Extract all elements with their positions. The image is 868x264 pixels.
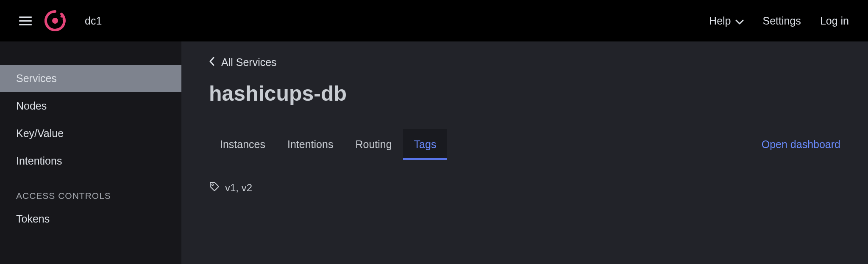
consul-logo[interactable] bbox=[45, 10, 66, 31]
datacenter-label[interactable]: dc1 bbox=[85, 15, 102, 27]
tab-label: Intentions bbox=[287, 138, 333, 150]
tabs-row: Instances Intentions Routing Tags Open d… bbox=[209, 129, 840, 160]
breadcrumb-label: All Services bbox=[221, 56, 277, 69]
tab-label: Tags bbox=[414, 138, 437, 150]
sidebar-section-header: ACCESS CONTROLS bbox=[0, 175, 181, 205]
svg-point-3 bbox=[63, 21, 65, 23]
header-left: dc1 bbox=[19, 10, 102, 31]
sidebar-item-label: Key/Value bbox=[16, 127, 64, 139]
tab-label: Routing bbox=[355, 138, 392, 150]
tab-intentions[interactable]: Intentions bbox=[276, 129, 344, 160]
body-container: Services Nodes Key/Value Intentions ACCE… bbox=[0, 41, 868, 264]
tags-content: v1, v2 bbox=[209, 181, 840, 195]
login-link[interactable]: Log in bbox=[820, 15, 849, 27]
tab-routing[interactable]: Routing bbox=[344, 129, 403, 160]
settings-link[interactable]: Settings bbox=[763, 15, 801, 27]
sidebar-item-nodes[interactable]: Nodes bbox=[0, 92, 181, 120]
menu-toggle-button[interactable] bbox=[19, 16, 32, 25]
open-dashboard-link[interactable]: Open dashboard bbox=[762, 138, 840, 151]
sidebar-item-label: Tokens bbox=[16, 213, 50, 225]
sidebar-item-services[interactable]: Services bbox=[0, 65, 181, 92]
help-label: Help bbox=[709, 15, 731, 27]
sidebar-item-label: Nodes bbox=[16, 100, 47, 112]
sidebar-item-intentions[interactable]: Intentions bbox=[0, 147, 181, 175]
sidebar-item-keyvalue[interactable]: Key/Value bbox=[0, 120, 181, 147]
sidebar-item-label: Services bbox=[16, 72, 57, 84]
sidebar-item-tokens[interactable]: Tokens bbox=[0, 205, 181, 233]
chevron-left-icon bbox=[209, 56, 215, 69]
app-header: dc1 Help Settings Log in bbox=[0, 0, 868, 41]
tab-label: Instances bbox=[220, 138, 265, 150]
chevron-down-icon bbox=[735, 15, 744, 27]
breadcrumb-back[interactable]: All Services bbox=[209, 56, 840, 69]
tags-text: v1, v2 bbox=[225, 182, 252, 194]
page-title: hashicups-db bbox=[209, 81, 840, 106]
svg-point-5 bbox=[212, 184, 214, 186]
tabs: Instances Intentions Routing Tags bbox=[209, 129, 447, 160]
help-dropdown[interactable]: Help bbox=[709, 15, 743, 27]
sidebar-item-label: Intentions bbox=[16, 155, 62, 167]
tab-tags[interactable]: Tags bbox=[403, 129, 448, 160]
tag-icon bbox=[209, 181, 220, 195]
svg-point-2 bbox=[63, 18, 65, 20]
sidebar: Services Nodes Key/Value Intentions ACCE… bbox=[0, 41, 181, 264]
svg-point-1 bbox=[61, 16, 63, 18]
svg-point-0 bbox=[52, 18, 58, 24]
header-right: Help Settings Log in bbox=[709, 15, 849, 27]
main-content: All Services hashicups-db Instances Inte… bbox=[181, 41, 868, 264]
tab-instances[interactable]: Instances bbox=[209, 129, 276, 160]
svg-point-4 bbox=[62, 24, 64, 26]
